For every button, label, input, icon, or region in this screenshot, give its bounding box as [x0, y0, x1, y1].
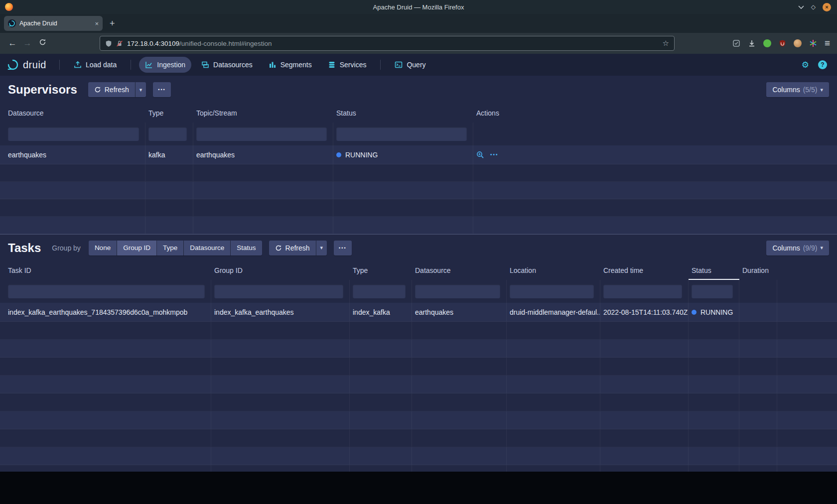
bookmark-star-icon[interactable]: ☆ [662, 39, 669, 48]
minimize-icon[interactable] [798, 5, 804, 9]
nav-item-segments[interactable]: Segments [263, 57, 318, 73]
more-dots-icon: ••• [339, 246, 346, 251]
url-bar[interactable]: 172.18.0.4:30109/unified-console.html#in… [100, 36, 675, 51]
divider [59, 60, 60, 70]
supervisors-refresh-button[interactable]: Refresh [88, 82, 135, 97]
column-header-datasource[interactable]: Datasource [412, 261, 507, 280]
tasks-more-button[interactable]: ••• [334, 241, 351, 255]
druid-header: druid Load data Ingestion Datasources Se… [0, 54, 837, 76]
task-location[interactable]: druid-middlemanager-defaul... [507, 303, 600, 321]
supervisors-title: Supervisors [8, 83, 77, 97]
status-filter-input[interactable] [692, 284, 733, 298]
druid-logo[interactable]: druid [7, 59, 46, 71]
column-header-status-sorted[interactable]: Status [689, 261, 739, 280]
refresh-label: Refresh [285, 244, 310, 252]
datasource-filter-input[interactable] [415, 284, 500, 298]
refresh-icon [275, 245, 282, 252]
created-time-filter-input[interactable] [603, 284, 682, 298]
group-by-button-group: None Group ID Type Datasource Status [89, 241, 262, 255]
supervisor-type[interactable]: kafka [145, 145, 193, 164]
supervisors-more-button[interactable]: ••• [153, 82, 170, 97]
settings-gear-icon[interactable]: ⚙ [802, 60, 809, 70]
window-close-button[interactable]: × [823, 3, 831, 11]
supervisors-refresh-dropdown-button[interactable]: ▾ [135, 82, 146, 97]
menu-button[interactable]: ≡ [825, 38, 830, 49]
task-id-filter-input[interactable] [8, 284, 205, 298]
task-status[interactable]: RUNNING [689, 303, 739, 321]
column-header-created-time[interactable]: Created time [600, 261, 689, 280]
tasks-table-header: Task ID Group ID Type Datasource Locatio… [0, 261, 837, 280]
zoom-in-detail-icon[interactable] [476, 151, 484, 159]
tab-close-icon[interactable]: × [95, 20, 99, 27]
browser-toolbar: ← → 172.18.0.4:30109/unified-console.htm… [0, 33, 837, 54]
column-header-actions: Actions [473, 104, 837, 123]
nav-item-query[interactable]: Query [389, 57, 431, 73]
columns-label: Columns [772, 86, 800, 94]
column-header-type[interactable]: Type [145, 104, 193, 123]
help-icon[interactable]: ? [818, 60, 827, 69]
type-filter-input[interactable] [353, 284, 406, 298]
back-button[interactable]: ← [5, 38, 20, 48]
supervisor-datasource[interactable]: earthquakes [0, 145, 145, 164]
column-header-topic-stream[interactable]: Topic/Stream [193, 104, 333, 123]
group-id-filter-input[interactable] [214, 284, 343, 298]
load-data-icon [74, 61, 82, 69]
extension-avatar-icon[interactable] [794, 39, 802, 47]
type-filter-input[interactable] [148, 127, 187, 141]
shield-check-icon[interactable] [732, 39, 740, 47]
empty-row [0, 447, 837, 465]
tasks-header-bar: Tasks Group by None Group ID Type Dataso… [0, 234, 837, 261]
forward-button[interactable]: → [20, 38, 35, 48]
group-by-group-id-button[interactable]: Group ID [117, 241, 157, 255]
column-header-task-id[interactable]: Task ID [0, 261, 211, 280]
empty-row [0, 340, 837, 358]
task-id[interactable]: index_kafka_earthquakes_7184357396d6c0a_… [0, 303, 211, 321]
status-filter-input[interactable] [336, 127, 467, 141]
reload-button[interactable] [35, 38, 50, 48]
ublock-origin-icon[interactable] [779, 39, 786, 47]
column-header-datasource[interactable]: Datasource [0, 104, 145, 123]
url-path: /unified-console.html#ingestion [179, 40, 272, 47]
column-header-duration[interactable]: Duration [739, 261, 777, 280]
group-by-status-button[interactable]: Status [231, 241, 262, 255]
column-header-type[interactable]: Type [350, 261, 412, 280]
supervisor-topic[interactable]: earthquakes [193, 145, 333, 164]
tasks-title: Tasks [8, 241, 41, 255]
maximize-icon[interactable]: ◇ [811, 4, 816, 10]
row-more-actions-icon[interactable]: ••• [490, 152, 499, 157]
new-tab-button[interactable]: + [110, 18, 115, 29]
tasks-empty-area [0, 322, 837, 472]
window-titlebar[interactable]: Apache Druid — Mozilla Firefox ◇ × [0, 0, 837, 14]
task-group-id[interactable]: index_kafka_earthquakes [211, 303, 350, 321]
topic-stream-filter-input[interactable] [196, 127, 327, 141]
nav-item-datasources[interactable]: Datasources [195, 57, 259, 73]
task-type[interactable]: index_kafka [350, 303, 412, 321]
tasks-columns-button[interactable]: Columns (9/9) ▾ [766, 241, 829, 255]
chevron-down-icon: ▾ [820, 245, 823, 251]
task-datasource[interactable]: earthquakes [412, 303, 507, 321]
supervisors-columns-button[interactable]: Columns (5/5) ▾ [766, 82, 829, 97]
column-header-group-id[interactable]: Group ID [211, 261, 350, 280]
extension-pinwheel-icon[interactable] [809, 39, 817, 47]
supervisor-status[interactable]: RUNNING [333, 145, 473, 164]
tasks-refresh-dropdown-button[interactable]: ▾ [316, 241, 327, 255]
location-filter-input[interactable] [510, 284, 594, 298]
column-header-status[interactable]: Status [333, 104, 473, 123]
group-by-datasource-button[interactable]: Datasource [184, 241, 231, 255]
group-by-type-button[interactable]: Type [157, 241, 184, 255]
nav-item-services[interactable]: Services [322, 57, 373, 73]
group-by-none-button[interactable]: None [89, 241, 117, 255]
nav-item-load-data[interactable]: Load data [68, 57, 123, 73]
url-host: 172.18.0.4:30109 [127, 40, 179, 47]
datasource-filter-input[interactable] [8, 127, 139, 141]
browser-tab[interactable]: Apache Druid × [4, 16, 103, 31]
nav-item-ingestion[interactable]: Ingestion [139, 57, 191, 73]
insecure-lock-icon[interactable] [116, 40, 123, 47]
columns-count: (5/5) [803, 86, 818, 94]
tracking-protection-shield-icon[interactable] [105, 40, 112, 47]
extension-icon-green[interactable] [763, 39, 771, 47]
column-header-location[interactable]: Location [507, 261, 600, 280]
task-created-time[interactable]: 2022-08-15T14:11:03.740Z [600, 303, 689, 321]
downloads-icon[interactable] [748, 39, 756, 47]
tasks-refresh-button[interactable]: Refresh [269, 241, 316, 255]
